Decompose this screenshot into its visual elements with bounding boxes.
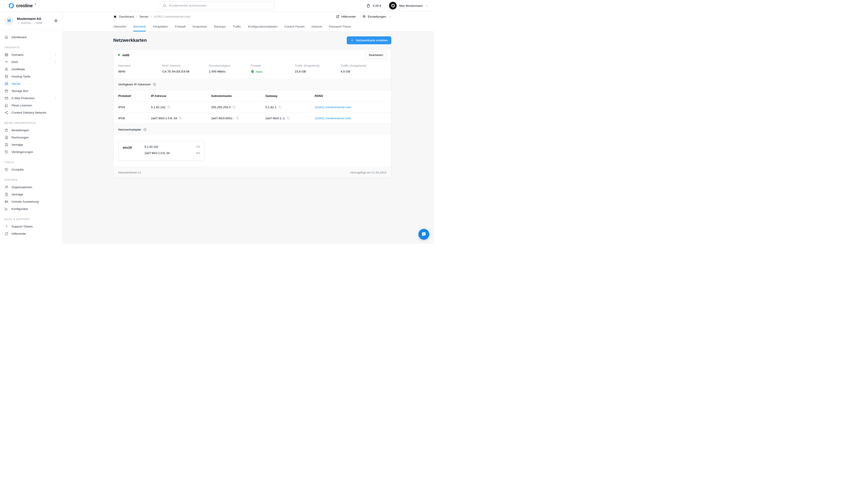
sidebar-item-konfigurator[interactable]: Konfigurator	[0, 205, 62, 213]
edit-button[interactable]: Bearbeiten	[366, 51, 386, 59]
sidebar-item-domains[interactable]: Domains	[0, 51, 62, 58]
chevron-right-icon	[54, 61, 57, 63]
network-card-name: net0	[122, 53, 129, 57]
wifi-icon	[4, 60, 8, 64]
info-label: MAC-Adresse	[162, 64, 209, 67]
sidebar-item-label: Plesk Lizenzen	[11, 104, 32, 107]
tab-traffic[interactable]: Traffic	[232, 22, 241, 31]
info-col-netzwerk: Netzwerk WAN	[118, 64, 162, 73]
brand-logo[interactable]: creoline ®	[8, 3, 36, 8]
card-footer-label: Netzwerkkarte #1	[118, 171, 141, 174]
network-card: net0 Bearbeiten Netzwerk WAN MAC-Adresse…	[113, 50, 391, 178]
sidebar-item-label: Verträge	[11, 143, 23, 147]
chat-widget-button[interactable]	[418, 229, 429, 240]
network-card-info: Netzwerk WAN MAC-Adresse CA:7E:9A:EE:E4:…	[114, 60, 391, 78]
create-network-card-button[interactable]: Netzwerkkarte erstellen	[347, 36, 391, 44]
search-input[interactable]	[169, 4, 271, 7]
sidebar-item-server[interactable]: Server	[0, 80, 62, 87]
sidebar-section-tools: TOOLS	[0, 161, 62, 164]
breadcrumb-current: s23421.creolineserver.com	[154, 15, 190, 18]
sidebar-item-hosting-tarife[interactable]: Hosting-Tarife	[0, 73, 62, 80]
sidebar-item-label: Umsatz Auswertung	[11, 200, 39, 203]
copy-icon[interactable]	[287, 117, 290, 120]
info-label: Geschwindigkeit	[209, 64, 251, 67]
org-switcher[interactable]: M Mustermann AG ☆ Adminis... · 5498 ⚙	[0, 11, 62, 30]
user-menu[interactable]: Max Mustermann	[389, 2, 428, 9]
sidebar-item-rechnungen[interactable]: Rechnungen	[0, 134, 62, 141]
rdns-link[interactable]: s23421.creolineserver.com	[315, 117, 351, 120]
info-icon[interactable]	[153, 83, 156, 86]
sidebar-item-dashboard[interactable]: Dashboard	[0, 33, 62, 41]
tab-netzwerk[interactable]: Netzwerk	[133, 22, 146, 31]
sidebar-item-verlaengerungen[interactable]: Verlängerungen	[0, 148, 62, 156]
cell-gateway: 5.1.82.1	[266, 105, 276, 109]
global-search[interactable]	[160, 1, 274, 10]
contract-file-icon	[4, 143, 8, 147]
sidebar-section-produkte: PRODUKTE	[0, 46, 62, 49]
app-window: creoline ® 0,00 € Max Mustermann	[0, 0, 434, 244]
sidebar-item-bestellungen[interactable]: Bestellungen	[0, 127, 62, 134]
ip-section-title: Verfügbare IP-Adressen	[118, 83, 151, 86]
gear-icon: ⚙	[363, 15, 366, 18]
sidebar-item-hilfecenter[interactable]: Hilfecenter	[0, 230, 62, 237]
brand-name: creoline	[16, 3, 33, 8]
tab-snapshots[interactable]: Snapshots	[193, 22, 207, 31]
hilfecenter-link[interactable]: Hilfecenter	[336, 15, 356, 18]
adapter-area: ens18 5.1.82.142 /24 2a07:6fc0:1:0:6::34…	[114, 135, 391, 167]
network-share-icon	[4, 111, 8, 115]
tab-festplatten[interactable]: Festplatten	[153, 22, 168, 31]
cart-button[interactable]: 0,00 €	[366, 4, 381, 8]
revenue-list-icon	[4, 200, 8, 203]
org-info: Mustermann AG ☆ Adminis... · 5498	[17, 17, 42, 25]
breadcrumb-dashboard[interactable]: Dashboard	[119, 15, 134, 18]
sidebar-item-label: E-Mail Protection	[11, 96, 35, 100]
sidebar-item-support-tickets[interactable]: Support-Tickets	[0, 223, 62, 230]
copy-icon[interactable]	[167, 105, 170, 109]
sidebar-item-cronjobs[interactable]: Cronjobs	[0, 166, 62, 173]
info-icon[interactable]	[143, 128, 147, 131]
tab-historie[interactable]: Historie	[311, 22, 322, 31]
breadcrumb-server[interactable]: Server	[140, 15, 149, 18]
cell-subnet: 255.255.255.0	[211, 105, 230, 109]
adapter-card-ens18[interactable]: ens18 5.1.82.142 /24 2a07:6fc0:1:0:6::34…	[119, 141, 204, 161]
tab-konfigurationsdateien[interactable]: Konfigurationsdateien	[248, 22, 278, 31]
col-header-protokoll: Protokoll	[118, 94, 151, 98]
copy-icon[interactable]	[278, 105, 281, 109]
sidebar-item-organisationen[interactable]: Organisationen	[0, 184, 62, 191]
sidebar-item-cdn[interactable]: Content Delivery Network	[0, 109, 62, 116]
einstellungen-menu[interactable]: ⚙ Einstellungen	[363, 15, 391, 18]
storage-box-icon	[4, 89, 8, 93]
adapter-section-band: Netzwerkadapter	[114, 124, 391, 135]
user-avatar	[389, 2, 397, 9]
tab-control-panels[interactable]: Control Panels	[285, 22, 305, 31]
sidebar-item-label: Content Delivery Network	[11, 111, 46, 114]
home-breadcrumb-icon[interactable]	[113, 15, 117, 19]
sidebar-item-partner-vertraege[interactable]: Verträge	[0, 191, 62, 198]
page-header: Dashboard / Server / s23421.creolineserv…	[63, 11, 434, 32]
sidebar-item-zertifikate[interactable]: Zertifikate	[0, 66, 62, 73]
brand-registered-mark: ®	[35, 3, 36, 5]
tab-firewall[interactable]: Firewall	[175, 22, 186, 31]
info-col-traffic-in: Traffic (Eingehend) 15,6 GB	[295, 64, 341, 73]
sidebar-item-dns[interactable]: DNS	[0, 58, 62, 66]
sidebar-item-vertraege[interactable]: Verträge	[0, 141, 62, 148]
sidebar-item-plesk-lizenzen[interactable]: Plesk Lizenzen	[0, 102, 62, 109]
tab-uebersicht[interactable]: Übersicht	[113, 22, 126, 31]
sidebar-item-umsatz-auswertung[interactable]: Umsatz Auswertung	[0, 198, 62, 205]
license-icon	[4, 103, 8, 107]
copy-icon[interactable]	[232, 105, 236, 109]
plus-icon	[350, 39, 354, 42]
info-label: Traffic (Eingehend)	[295, 64, 341, 67]
sidebar-item-storage-box[interactable]: Storage Box	[0, 87, 62, 94]
org-settings-gear-icon[interactable]: ⚙	[54, 19, 58, 23]
copy-icon[interactable]	[236, 117, 239, 120]
sidebar: M Mustermann AG ☆ Adminis... · 5498 ⚙ Da…	[0, 11, 62, 244]
cell-ip: 5.1.82.142	[151, 105, 165, 109]
rdns-link[interactable]: s23421.creolineserver.com	[315, 105, 351, 109]
sidebar-item-email-protection[interactable]: E-Mail Protection	[0, 94, 62, 102]
star-icon[interactable]: ☆	[17, 22, 20, 25]
copy-icon[interactable]	[179, 117, 182, 120]
hilfecenter-label: Hilfecenter	[341, 15, 356, 18]
tab-passwort-tresor[interactable]: Passwort-Tresor	[329, 22, 351, 31]
tab-backups[interactable]: Backups	[214, 22, 225, 31]
